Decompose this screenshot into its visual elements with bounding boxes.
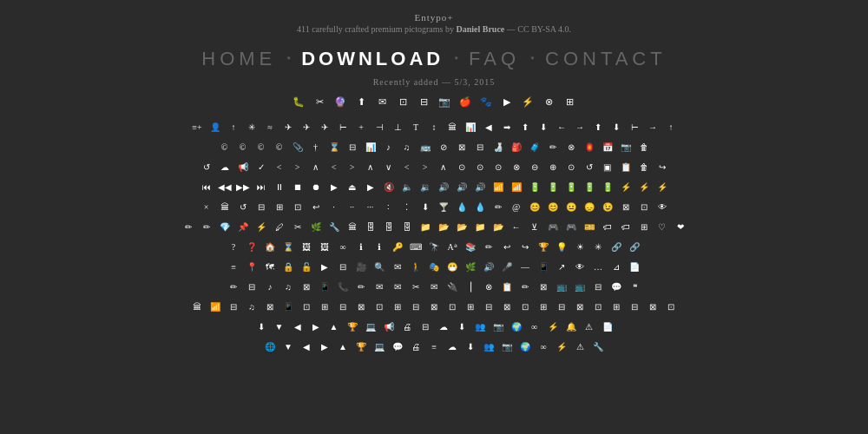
icon-plane[interactable]: ✈ [280, 120, 296, 135]
icon-sq19[interactable]: ⊞ [608, 299, 624, 315]
icon-code-up[interactable]: ∧ [436, 160, 451, 175]
icon-plug[interactable]: 🔌 [444, 279, 460, 295]
icon-plane2[interactable]: ✈ [299, 120, 314, 135]
icon-vol1[interactable]: 🔈 [399, 180, 415, 195]
icon-check-sq[interactable]: ⊠ [618, 200, 634, 215]
icon-check[interactable]: ✓ [253, 160, 269, 175]
icon-up[interactable]: ⬆ [517, 120, 533, 135]
icon-keyboard[interactable]: ⌨ [408, 240, 424, 255]
icon-text-size[interactable]: Aᵃ [444, 240, 460, 255]
icon-bulb[interactable]: 💡 [554, 240, 569, 255]
icon-sq1[interactable]: ⊠ [262, 299, 278, 315]
icon-folder[interactable]: 📁 [418, 220, 433, 235]
icon-speech[interactable]: 💬 [390, 339, 405, 355]
icon-mail2[interactable]: ✉ [426, 279, 442, 295]
icon-cloud[interactable]: ☁ [217, 160, 233, 175]
icon-smile[interactable]: 😊 [545, 200, 561, 215]
icon-cam2[interactable]: 📷 [490, 319, 506, 335]
icon-help[interactable]: ❓ [244, 240, 260, 255]
icon-cam[interactable]: 📷 [618, 140, 634, 155]
icon-unlock[interactable]: 🔓 [299, 260, 314, 275]
icon-pin[interactable]: 📌 [235, 220, 251, 235]
new-icon-cursor[interactable]: ⬆ [353, 94, 369, 109]
icon-chevron-left[interactable]: < [272, 160, 287, 175]
icon-down4[interactable]: ▼ [280, 339, 296, 355]
new-icon-fingerprint[interactable]: 🔮 [332, 94, 348, 109]
icon-bell[interactable]: 🔔 [563, 319, 579, 335]
icon-dot3[interactable]: ⊙ [490, 160, 506, 175]
icon-vol3[interactable]: 🔊 [436, 180, 451, 195]
icon-up4[interactable]: ▲ [335, 339, 351, 355]
icon-left[interactable]: ← [554, 120, 569, 135]
icon-right3[interactable]: → [645, 120, 661, 135]
icon-t-left[interactable]: ⊢ [335, 120, 351, 135]
icon-sq20[interactable]: ⊟ [627, 299, 642, 315]
icon-trophy2[interactable]: 🏆 [353, 339, 369, 355]
icon-colon2[interactable]: ⁚ [399, 200, 415, 215]
icon-up2[interactable]: ⬆ [590, 120, 606, 135]
icon-media-fwd[interactable]: ▶▶ [235, 180, 251, 195]
icon-check2[interactable]: ⊠ [536, 279, 551, 295]
icon-redo[interactable]: ↪ [654, 160, 670, 175]
icon-info2[interactable]: ℹ [372, 240, 387, 255]
icon-tv2[interactable]: 📺 [572, 279, 588, 295]
icon-note[interactable]: ♪ [262, 279, 278, 295]
icon-chevron-up2[interactable]: ∧ [363, 160, 378, 175]
icon-brush[interactable]: 🖊 [272, 220, 287, 235]
icon-sq21[interactable]: ⊠ [645, 299, 661, 315]
icon-undo[interactable]: ↩ [499, 240, 515, 255]
icon-grid2[interactable]: ⊞ [636, 220, 652, 235]
icon-ex-box[interactable]: ⊠ [454, 140, 470, 155]
icon-grid[interactable]: ▣ [600, 160, 615, 175]
icon-text[interactable]: T [408, 120, 424, 135]
icon-pencil2[interactable]: ✏ [226, 279, 241, 295]
icon-cc3[interactable]: © [253, 140, 269, 155]
icon-code-right[interactable]: > [418, 160, 433, 175]
icon-pencil3[interactable]: ✏ [353, 279, 369, 295]
icon-dots-2[interactable]: ·· [345, 200, 360, 215]
icon-chevron-up[interactable]: ∧ [308, 160, 324, 175]
icon-circle[interactable]: ⊙ [563, 160, 579, 175]
icon-indent[interactable]: ⊢ [627, 120, 642, 135]
icon-arrow1[interactable]: ← [509, 220, 524, 235]
icon-eye[interactable]: 👁 [654, 200, 670, 215]
icon-resize[interactable]: ⊿ [608, 260, 624, 275]
icon-play-btn[interactable]: ▶ [363, 180, 378, 195]
icon-columns[interactable]: 🏛 [444, 120, 460, 135]
icon-mask[interactable]: 🎭 [426, 260, 442, 275]
icon-tab[interactable]: ⊟ [590, 279, 606, 295]
icon-screen[interactable]: 💻 [363, 319, 378, 335]
icon-note3[interactable]: ♫ [244, 299, 260, 315]
icon-print[interactable]: 🖨 [399, 319, 415, 335]
icon-search[interactable]: 🔍 [372, 260, 387, 275]
icon-eject[interactable]: ⏏ [345, 180, 360, 195]
icon-trophy[interactable]: 🏆 [536, 240, 551, 255]
icon-email2[interactable]: ✉ [372, 279, 387, 295]
icon-flash[interactable]: ⚡ [618, 180, 634, 195]
nav-home[interactable]: HOME [194, 48, 283, 70]
icon-bus[interactable]: 🚌 [418, 140, 433, 155]
icon-user[interactable]: 👤 [207, 120, 223, 135]
icon-refresh[interactable]: ↺ [199, 160, 214, 175]
icon-columns2[interactable]: 🏛 [217, 200, 233, 215]
icon-dot2[interactable]: ⊙ [472, 160, 488, 175]
new-icon-tablet2[interactable]: ⊟ [416, 94, 431, 109]
icon-chevron-left2[interactable]: < [326, 160, 342, 175]
icon-sq14[interactable]: ⊡ [517, 299, 533, 315]
icon-battery2[interactable]: 🔋 [545, 180, 561, 195]
icon-folder5[interactable]: 📂 [490, 220, 506, 235]
icon-block[interactable]: ⊡ [290, 200, 306, 215]
icon-up3[interactable]: ▲ [326, 319, 342, 335]
icon-sq2[interactable]: ⊡ [299, 299, 314, 315]
icon-eye-sq[interactable]: ⊡ [636, 200, 652, 215]
icon-bag[interactable]: 🧳 [527, 140, 542, 155]
icon-info[interactable]: ℹ [353, 240, 369, 255]
icon-briefcase[interactable]: 🎒 [509, 140, 524, 155]
icon-game[interactable]: 🎮 [545, 220, 561, 235]
icon-signal[interactable]: 📶 [207, 299, 223, 315]
icon-frame[interactable]: ⊠ [299, 279, 314, 295]
icon-attach[interactable]: 📎 [290, 140, 306, 155]
icon-menu[interactable]: ≡ [226, 260, 241, 275]
icon-plant[interactable]: 🌿 [463, 260, 478, 275]
icon-dl[interactable]: ⬇ [253, 319, 269, 335]
